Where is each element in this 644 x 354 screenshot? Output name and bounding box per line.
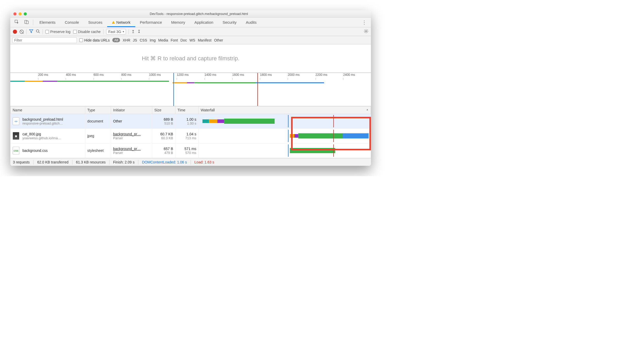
ruler-tick: 2400 ms xyxy=(343,73,355,77)
hide-data-urls-checkbox[interactable]: Hide data URLs xyxy=(79,38,110,42)
zoom-window-button[interactable] xyxy=(24,12,27,15)
filter-type-img[interactable]: Img xyxy=(150,38,156,42)
devtools-window: DevTools - responsive-preload.glitch.me/… xyxy=(10,10,371,166)
download-icon[interactable]: ↧ xyxy=(137,29,141,34)
device-toolbar-icon[interactable] xyxy=(22,20,31,25)
svg-rect-2 xyxy=(26,21,28,24)
close-window-button[interactable] xyxy=(13,12,16,15)
filmstrip-placeholder: Hit ⌘ R to reload and capture filmstrip. xyxy=(10,44,371,73)
request-initiator[interactable]: background_pr… xyxy=(113,147,150,151)
filter-icon[interactable] xyxy=(29,29,33,34)
tab-sources[interactable]: Sources xyxy=(84,18,107,27)
window-traffic-lights xyxy=(10,12,27,15)
status-transferred: 62.0 KB transferred xyxy=(37,160,68,164)
svg-line-4 xyxy=(39,32,40,33)
col-header-size[interactable]: Size xyxy=(152,106,175,114)
window-title: DevTools - responsive-preload.glitch.me/… xyxy=(27,12,371,16)
status-domcontentloaded: DOMContentLoaded: 1.06 s xyxy=(142,160,187,164)
request-name: cat_800.jpg xyxy=(22,132,61,136)
status-requests: 3 requests xyxy=(13,160,30,164)
ruler-tick: 1000 ms xyxy=(149,73,161,77)
filter-type-font[interactable]: Font xyxy=(171,38,178,42)
ruler-tick: 1400 ms xyxy=(205,73,216,77)
filter-type-css[interactable]: CSS xyxy=(140,38,147,42)
filter-all-pill[interactable]: All xyxy=(112,38,120,42)
col-header-name[interactable]: Name xyxy=(11,106,85,114)
filter-bar: Hide data URLs All XHR JS CSS Img Media … xyxy=(10,36,371,44)
minimize-window-button[interactable] xyxy=(19,12,22,15)
settings-gear-icon[interactable] xyxy=(364,29,368,35)
css-file-icon: CSS xyxy=(13,147,19,154)
waterfall-bar xyxy=(201,144,369,157)
network-toolbar: Preserve log Disable cache Fast 3G ↥ ↧ xyxy=(10,27,371,36)
filter-type-doc[interactable]: Doc xyxy=(180,38,187,42)
more-menu-icon[interactable]: ⋮ xyxy=(359,19,369,26)
panel-tabs: Elements Console Sources Network Perform… xyxy=(10,18,371,27)
record-button[interactable] xyxy=(13,30,17,34)
filter-type-ws[interactable]: WS xyxy=(189,38,195,42)
filter-type-manifest[interactable]: Manifest xyxy=(198,38,211,42)
tab-memory[interactable]: Memory xyxy=(167,18,190,27)
ruler-tick: 200 ms xyxy=(38,73,48,77)
clear-button[interactable] xyxy=(20,30,24,34)
html-file-icon: <> xyxy=(13,117,19,125)
network-table: Name Type Initiator Size Time Waterfall▲… xyxy=(10,106,371,158)
ruler-tick: 2000 ms xyxy=(288,73,300,77)
request-initiator: Other xyxy=(113,119,150,123)
load-marker-line xyxy=(257,73,258,106)
inspect-element-icon[interactable] xyxy=(12,20,22,25)
status-bar: 3 requests 62.0 KB transferred 61.3 KB r… xyxy=(10,158,371,166)
upload-icon[interactable]: ↥ xyxy=(131,29,135,34)
ruler-tick: 1200 ms xyxy=(177,73,189,77)
disable-cache-checkbox[interactable]: Disable cache xyxy=(73,30,101,34)
request-type: document xyxy=(85,114,111,129)
status-load: Load: 1.63 s xyxy=(194,160,214,164)
status-finish: Finish: 2.09 s xyxy=(113,160,134,164)
request-origin: yoavweiss.github.io/ima… xyxy=(22,136,61,140)
request-name: background_preload.html xyxy=(22,117,63,121)
filter-type-other[interactable]: Other xyxy=(214,38,223,42)
table-row[interactable]: ▣ cat_800.jpg yoavweiss.github.io/ima… j… xyxy=(11,129,371,143)
request-initiator[interactable]: background_pr… xyxy=(113,132,150,136)
tab-application[interactable]: Application xyxy=(190,18,218,27)
table-row[interactable]: CSS background.css stylesheet background… xyxy=(11,143,371,158)
filter-type-media[interactable]: Media xyxy=(158,38,168,42)
tab-network[interactable]: Network xyxy=(107,18,135,27)
ruler-tick: 2200 ms xyxy=(316,73,327,77)
col-header-initiator[interactable]: Initiator xyxy=(111,106,152,114)
preserve-log-checkbox[interactable]: Preserve log xyxy=(45,30,71,34)
col-header-type[interactable]: Type xyxy=(85,106,111,114)
status-resources: 61.3 KB resources xyxy=(76,160,106,164)
waterfall-bar xyxy=(201,115,369,127)
image-file-icon: ▣ xyxy=(13,132,19,140)
request-type: stylesheet xyxy=(85,143,111,158)
waterfall-bar xyxy=(201,130,369,142)
request-type: jpeg xyxy=(85,129,111,143)
request-name: background.css xyxy=(22,149,48,153)
filter-input[interactable] xyxy=(12,37,77,43)
search-icon[interactable] xyxy=(36,29,40,34)
dcl-marker-line xyxy=(173,73,174,106)
timeline-overview[interactable]: 200 ms400 ms600 ms800 ms1000 ms1200 ms14… xyxy=(10,73,371,106)
table-row[interactable]: <> background_preload.html responsive-pr… xyxy=(11,114,371,129)
ruler-tick: 400 ms xyxy=(66,73,76,77)
throttling-select[interactable]: Fast 3G xyxy=(106,29,126,35)
tab-performance[interactable]: Performance xyxy=(135,18,167,27)
col-header-waterfall[interactable]: Waterfall▲ xyxy=(199,106,371,114)
ruler-tick: 800 ms xyxy=(121,73,131,77)
tab-security[interactable]: Security xyxy=(218,18,241,27)
tab-elements[interactable]: Elements xyxy=(35,18,60,27)
warning-icon xyxy=(112,21,115,24)
table-header-row: Name Type Initiator Size Time Waterfall▲ xyxy=(11,106,371,114)
ruler-tick: 1800 ms xyxy=(260,73,272,77)
tab-audits[interactable]: Audits xyxy=(241,18,261,27)
col-header-time[interactable]: Time xyxy=(175,106,199,114)
svg-point-3 xyxy=(36,30,39,32)
filmstrip-message: Hit ⌘ R to reload and capture filmstrip. xyxy=(142,55,239,62)
filter-type-js[interactable]: JS xyxy=(133,38,137,42)
ruler-tick: 600 ms xyxy=(94,73,104,77)
filter-type-xhr[interactable]: XHR xyxy=(123,38,130,42)
titlebar: DevTools - responsive-preload.glitch.me/… xyxy=(10,10,371,18)
tab-console[interactable]: Console xyxy=(60,18,84,27)
request-origin: responsive-preload.glitch… xyxy=(22,121,63,125)
